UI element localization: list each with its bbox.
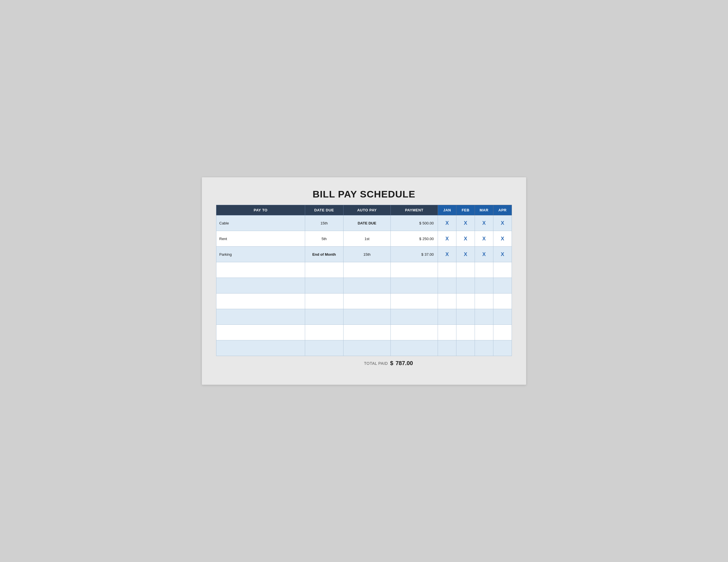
month-mar-cell: X: [475, 215, 493, 231]
header-auto-pay: AUTO PAY: [343, 205, 390, 215]
pay-to-cell: [216, 325, 305, 340]
payment-cell: $37.00: [390, 247, 438, 262]
month-jan-cell: [438, 262, 456, 278]
auto-pay-cell: [343, 325, 390, 340]
date-due-cell: [305, 309, 343, 325]
month-mar-cell: X: [475, 231, 493, 247]
table-row: Rent5th1st$250.00XXXX: [216, 231, 512, 247]
table-row: [216, 262, 512, 278]
pay-to-cell: Cable: [216, 215, 305, 231]
month-jan-cell: X: [438, 247, 456, 262]
month-apr-cell: X: [493, 247, 512, 262]
table-row: [216, 293, 512, 309]
table-wrapper: PAY TO DATE DUE AUTO PAY PAYMENT JAN FEB…: [216, 205, 512, 356]
month-jan-cell: [438, 278, 456, 293]
month-mar-cell: [475, 278, 493, 293]
month-jan-cell: X: [438, 215, 456, 231]
header-row: PAY TO DATE DUE AUTO PAY PAYMENT JAN FEB…: [216, 205, 512, 215]
date-due-cell: [305, 278, 343, 293]
payment-cell: [390, 309, 438, 325]
header-payment: PAYMENT: [390, 205, 438, 215]
auto-pay-cell: 1st: [343, 231, 390, 247]
header-feb: FEB: [456, 205, 475, 215]
table-row: [216, 325, 512, 340]
header-jan: JAN: [438, 205, 456, 215]
pay-to-cell: [216, 340, 305, 356]
month-apr-cell: [493, 340, 512, 356]
pay-to-cell: [216, 262, 305, 278]
month-apr-cell: [493, 278, 512, 293]
table-row: [216, 309, 512, 325]
month-feb-cell: [456, 325, 475, 340]
payment-cell: [390, 262, 438, 278]
header-pay-to: PAY TO: [216, 205, 305, 215]
month-apr-cell: X: [493, 215, 512, 231]
month-jan-cell: [438, 293, 456, 309]
table-row: [216, 340, 512, 356]
month-feb-cell: [456, 340, 475, 356]
month-mar-cell: [475, 293, 493, 309]
month-feb-cell: [456, 309, 475, 325]
table-row: ParkingEnd of Month15th$37.00XXXX: [216, 247, 512, 262]
pay-to-cell: [216, 278, 305, 293]
month-feb-cell: [456, 278, 475, 293]
payment-cell: $500.00: [390, 215, 438, 231]
date-due-cell: End of Month: [305, 247, 343, 262]
header-date-due: DATE DUE: [305, 205, 343, 215]
date-due-cell: [305, 262, 343, 278]
header-mar: MAR: [475, 205, 493, 215]
pay-to-cell: Rent: [216, 231, 305, 247]
auto-pay-cell: [343, 278, 390, 293]
auto-pay-cell: [343, 309, 390, 325]
auto-pay-cell: DATE DUE: [343, 215, 390, 231]
month-jan-cell: X: [438, 231, 456, 247]
pay-to-cell: Parking: [216, 247, 305, 262]
payment-cell: $250.00: [390, 231, 438, 247]
month-apr-cell: [493, 293, 512, 309]
bill-pay-table: PAY TO DATE DUE AUTO PAY PAYMENT JAN FEB…: [216, 205, 512, 356]
month-feb-cell: X: [456, 247, 475, 262]
total-paid-label: TOTAL PAID: [364, 361, 388, 366]
month-jan-cell: [438, 325, 456, 340]
month-feb-cell: X: [456, 231, 475, 247]
month-apr-cell: [493, 325, 512, 340]
header-apr: APR: [493, 205, 512, 215]
table-row: Cable15thDATE DUE$500.00XXXX: [216, 215, 512, 231]
date-due-cell: [305, 293, 343, 309]
month-jan-cell: [438, 309, 456, 325]
pay-to-cell: [216, 293, 305, 309]
auto-pay-cell: [343, 293, 390, 309]
total-dollar-sign: $: [390, 360, 393, 366]
month-feb-cell: X: [456, 215, 475, 231]
pay-to-cell: [216, 309, 305, 325]
payment-cell: [390, 293, 438, 309]
auto-pay-cell: [343, 262, 390, 278]
date-due-cell: 15th: [305, 215, 343, 231]
month-mar-cell: [475, 262, 493, 278]
date-due-cell: [305, 340, 343, 356]
total-amount: 787.00: [396, 360, 413, 366]
month-jan-cell: [438, 340, 456, 356]
month-apr-cell: [493, 309, 512, 325]
total-section: TOTAL PAID $ 787.00: [364, 360, 413, 366]
auto-pay-cell: [343, 340, 390, 356]
month-mar-cell: [475, 325, 493, 340]
month-mar-cell: [475, 309, 493, 325]
month-feb-cell: [456, 262, 475, 278]
footer-row: TOTAL PAID $ 787.00: [216, 356, 512, 370]
date-due-cell: 5th: [305, 231, 343, 247]
month-apr-cell: [493, 262, 512, 278]
month-apr-cell: X: [493, 231, 512, 247]
month-feb-cell: [456, 293, 475, 309]
table-row: [216, 278, 512, 293]
month-mar-cell: X: [475, 247, 493, 262]
page-container: BILL PAY SCHEDULE PAY TO DATE DUE AUTO P…: [202, 177, 526, 385]
page-title: BILL PAY SCHEDULE: [216, 189, 512, 200]
payment-cell: [390, 325, 438, 340]
month-mar-cell: [475, 340, 493, 356]
payment-cell: [390, 278, 438, 293]
date-due-cell: [305, 325, 343, 340]
auto-pay-cell: 15th: [343, 247, 390, 262]
payment-cell: [390, 340, 438, 356]
